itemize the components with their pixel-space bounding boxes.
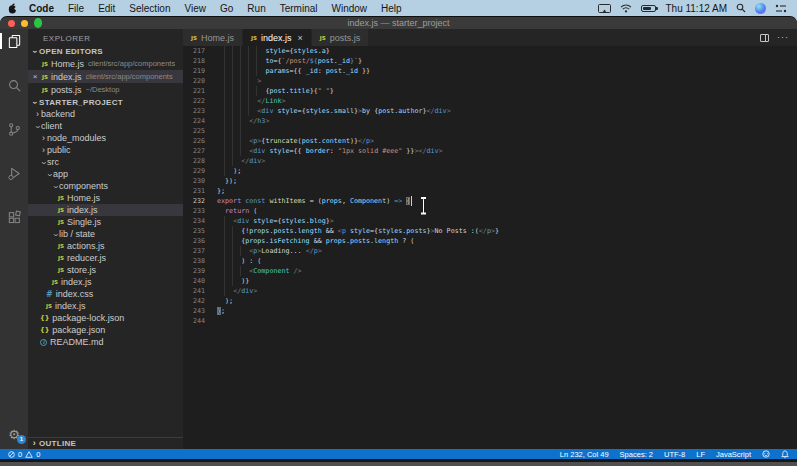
tree-item-public[interactable]: ›public [28,144,183,156]
code-line[interactable]: 221{post.title}{" "} [183,86,797,96]
code-area[interactable]: 217style={styles.a}218to={`/post/${post.… [183,46,797,449]
code-line[interactable]: 235{!props.posts.length && <p style={sty… [183,226,797,236]
search-icon[interactable] [0,77,28,93]
tree-item-backend[interactable]: ›backend [28,108,183,120]
code-line[interactable]: 236{props.isFetching && props.posts.leng… [183,236,797,246]
code-line[interactable]: 242); [183,296,797,306]
code-line[interactable]: 237<p>Loading... </p> [183,246,797,256]
close-tab-icon[interactable]: × [298,33,303,43]
code-line[interactable]: 240)} [183,276,797,286]
minimize-window-button[interactable] [21,20,28,27]
feedback-icon[interactable] [762,450,770,458]
source-control-icon[interactable] [0,121,28,137]
tree-item-single-js[interactable]: JSSingle.js [28,216,183,228]
menu-selection[interactable]: Selection [129,3,170,14]
code-line[interactable]: 228</div> [183,156,797,166]
code-line[interactable]: 219params={{ _id: post._id }} [183,66,797,76]
tree-item-index-js[interactable]: JSindex.js [28,276,183,288]
tree-item-components[interactable]: ›components [28,180,183,192]
tree-item-index-css[interactable]: #index.css [28,288,183,300]
code-line[interactable]: 231}; [183,186,797,196]
apple-menu-icon[interactable] [8,3,17,14]
menu-run[interactable]: Run [247,3,265,14]
window-title-bar[interactable]: index.js — starter_project [0,17,797,29]
extensions-icon[interactable] [0,209,28,225]
menu-file[interactable]: File [68,3,84,14]
code-line[interactable]: 218to={`/post/${post._id}`} [183,56,797,66]
tree-item-index-js[interactable]: JSindex.js [28,300,183,312]
project-header[interactable]: › STARTER_PROJECT [28,96,183,108]
open-editor-index-js[interactable]: ×JSindex.jsclient/src/app/components [28,70,183,83]
open-editor-home-js[interactable]: JSHome.jsclient/src/app/components [28,57,183,70]
menu-edit[interactable]: Edit [98,3,115,14]
code-line[interactable]: 226<p>{truncate(post.content)}</p> [183,136,797,146]
bell-icon[interactable] [781,450,789,459]
code-line[interactable]: 224</h3> [183,116,797,126]
menu-help[interactable]: Help [381,3,402,14]
tree-item-home-js[interactable]: JSHome.js [28,192,183,204]
menu-terminal[interactable]: Terminal [280,3,318,14]
manage-gear-icon[interactable]: ⚙ 1 [0,425,28,443]
tree-item-client[interactable]: ›client [28,120,183,132]
code-line[interactable]: 238) : ( [183,256,797,266]
code-line[interactable]: 244 [183,316,797,326]
tab-home-js[interactable]: JSHome.js [183,29,243,46]
close-window-button[interactable] [8,20,15,27]
code-line[interactable]: 233return ( [183,206,797,216]
activity-bar: ⚙ 1 [0,29,28,449]
menu-bar-clock[interactable]: Thu 11:12 AM [665,3,727,14]
open-editors-header[interactable]: › OPEN EDITORS [28,45,183,57]
control-center-icon[interactable] [775,4,787,13]
close-editor-icon[interactable]: × [28,72,42,81]
menu-window[interactable]: Window [332,3,368,14]
explorer-icon[interactable] [0,33,28,49]
code-line[interactable]: 225 [183,126,797,136]
code-line[interactable]: 234<div style={styles.blog}> [183,216,797,226]
status-utf-8[interactable]: UTF-8 [664,450,685,459]
code-line[interactable]: 241</div> [183,286,797,296]
tree-item-reducer-js[interactable]: JSreducer.js [28,252,183,264]
tree-item-src[interactable]: ›src [28,156,183,168]
code-line[interactable]: 217style={styles.a} [183,46,797,56]
tab-posts-js[interactable]: JSposts.js [312,29,370,46]
split-editor-icon[interactable] [760,34,769,42]
status-lf[interactable]: LF [696,450,705,459]
battery-icon[interactable] [641,5,656,12]
tab-index-js[interactable]: JSindex.js× [243,29,312,46]
siri-icon[interactable] [755,3,766,14]
code-line[interactable]: 239<Component /> [183,266,797,276]
code-line[interactable]: 229); [183,166,797,176]
tree-item-app[interactable]: ›app [28,168,183,180]
spotlight-search-icon[interactable] [736,3,746,13]
code-line[interactable]: 222</Link> [183,96,797,106]
run-debug-icon[interactable] [0,165,28,181]
code-line[interactable]: 220> [183,76,797,86]
indent-guide [217,276,225,286]
tree-item-lib-state[interactable]: ›lib / state [28,228,183,240]
tree-item-readme-md[interactable]: iREADME.md [28,336,183,348]
tree-item-package-lock-json[interactable]: {}package-lock.json [28,312,183,324]
code-line[interactable]: 230}); [183,176,797,186]
tree-item-actions-js[interactable]: JSactions.js [28,240,183,252]
status-ln[interactable]: Ln 232, Col 49 [560,450,609,459]
zoom-window-button[interactable] [34,18,42,28]
screen-mirror-icon[interactable] [598,4,611,13]
tree-item-index-js[interactable]: JSindex.js [28,204,183,216]
code-line[interactable]: 227<div style={{ border: "1px solid #eee… [183,146,797,156]
status-javascript[interactable]: JavaScript [716,450,751,459]
wifi-icon[interactable] [620,4,632,13]
more-actions-icon[interactable]: ··· [777,33,789,42]
problems-indicator[interactable]: 0 0 [8,450,40,459]
tree-item-package-json[interactable]: {}package.json [28,324,183,336]
code-line[interactable]: 243}; [183,306,797,316]
menu-view[interactable]: View [185,3,207,14]
open-editor-posts-js[interactable]: JSposts.js~/Desktop [28,83,183,96]
menu-go[interactable]: Go [220,3,233,14]
outline-section-header[interactable]: › OUTLINE [28,437,183,449]
menu-code[interactable]: Code [29,3,54,14]
tree-item-node-modules[interactable]: ›node_modules [28,132,183,144]
code-line[interactable]: 223<div style={styles.small}>by {post.au… [183,106,797,116]
status-spaces[interactable]: Spaces: 2 [620,450,653,459]
code-line[interactable]: 232export const withItems = (props, Comp… [183,196,797,206]
tree-item-store-js[interactable]: JSstore.js [28,264,183,276]
